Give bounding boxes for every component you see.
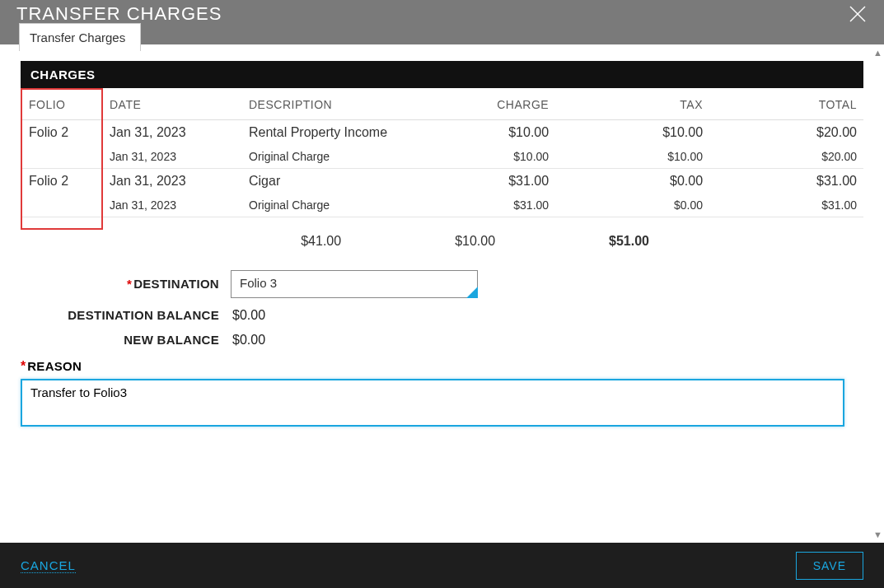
total-charge: $41.00 xyxy=(301,234,341,248)
modal-header: TRANSFER CHARGES Transfer Charges xyxy=(0,0,884,44)
table-row: Folio 2 Jan 31, 2023 Cigar $31.00 $0.00 … xyxy=(21,169,863,194)
close-icon[interactable] xyxy=(848,4,868,24)
dest-balance-value: $0.00 xyxy=(231,308,265,323)
total-total: $51.00 xyxy=(609,234,649,248)
cell-charge-sub: $31.00 xyxy=(401,194,555,217)
cell-description: Rental Property Income xyxy=(242,120,401,146)
reason-label: *REASON xyxy=(21,359,863,374)
destination-value: Folio 3 xyxy=(231,270,478,298)
cell-total-sub: $20.00 xyxy=(709,145,863,169)
table-row: Folio 2 Jan 31, 2023 Rental Property Inc… xyxy=(21,120,863,146)
dest-balance-label: DESTINATION BALANCE xyxy=(21,308,231,322)
cell-charge: $10.00 xyxy=(401,120,555,146)
destination-select[interactable]: Folio 3 xyxy=(231,270,478,298)
table-row-sub: Jan 31, 2023 Original Charge $10.00 $10.… xyxy=(21,145,863,169)
destination-label: *DESTINATION xyxy=(21,277,231,291)
charges-section-header: CHARGES xyxy=(21,61,863,88)
cell-date-sub: Jan 31, 2023 xyxy=(102,194,242,217)
cell-desc-sub: Original Charge xyxy=(242,194,401,217)
cell-total-sub: $31.00 xyxy=(709,194,863,217)
cell-total: $31.00 xyxy=(709,169,863,194)
dropdown-corner-icon xyxy=(466,287,478,298)
cell-date: Jan 31, 2023 xyxy=(102,120,242,146)
cell-charge: $31.00 xyxy=(401,169,555,194)
cell-description: Cigar xyxy=(242,169,401,194)
cell-tax: $10.00 xyxy=(555,120,709,146)
content-area: CHARGES FOLIO DATE DESCRIPTION CHARGE TA… xyxy=(0,44,884,543)
new-balance-value: $0.00 xyxy=(231,333,265,348)
col-description: DESCRIPTION xyxy=(242,89,401,120)
cell-folio-sub xyxy=(21,194,102,217)
cell-charge-sub: $10.00 xyxy=(401,145,555,169)
cell-date-sub: Jan 31, 2023 xyxy=(102,145,242,169)
cell-desc-sub: Original Charge xyxy=(242,145,401,169)
col-tax: TAX xyxy=(555,89,709,120)
cell-folio-sub xyxy=(21,145,102,169)
cell-tax-sub: $10.00 xyxy=(555,145,709,169)
col-date: DATE xyxy=(102,89,242,120)
totals-row: $41.00 $10.00 $51.00 xyxy=(21,229,863,254)
cell-date: Jan 31, 2023 xyxy=(102,169,242,194)
cancel-button[interactable]: CANCEL xyxy=(21,558,76,573)
cell-tax-sub: $0.00 xyxy=(555,194,709,217)
col-folio: FOLIO xyxy=(21,89,102,120)
total-tax: $10.00 xyxy=(455,234,495,248)
cell-folio: Folio 2 xyxy=(21,169,102,194)
modal-title: TRANSFER CHARGES xyxy=(16,3,222,25)
col-total: TOTAL xyxy=(709,89,863,120)
form-block: *DESTINATION Folio 3 DESTINATION BALANCE… xyxy=(21,270,863,348)
col-charge: CHARGE xyxy=(401,89,555,120)
cell-folio: Folio 2 xyxy=(21,120,102,146)
table-row-sub: Jan 31, 2023 Original Charge $31.00 $0.0… xyxy=(21,194,863,217)
new-balance-label: NEW BALANCE xyxy=(21,333,231,347)
cell-tax: $0.00 xyxy=(555,169,709,194)
reason-textarea[interactable]: Transfer to Folio3 xyxy=(21,379,844,427)
save-button[interactable]: SAVE xyxy=(796,552,863,580)
footer-bar: CANCEL SAVE xyxy=(0,543,884,588)
charges-table: FOLIO DATE DESCRIPTION CHARGE TAX TOTAL … xyxy=(21,88,863,254)
cell-total: $20.00 xyxy=(709,120,863,146)
